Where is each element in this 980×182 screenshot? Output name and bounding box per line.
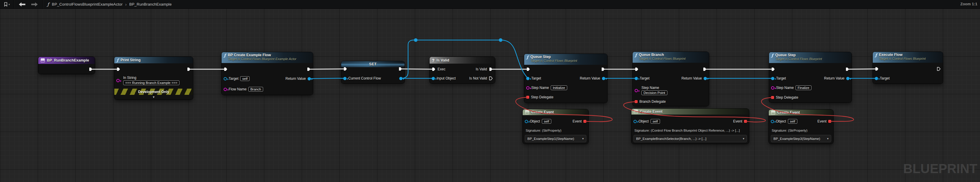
- back-button[interactable]: [19, 2, 25, 6]
- pin-label: Object: [776, 119, 786, 123]
- exec-input-pin[interactable]: [526, 67, 530, 71]
- object-input-pin[interactable]: [525, 120, 528, 123]
- object-input-pin[interactable]: [771, 120, 774, 123]
- node-subtitle: Target is Control Flows Blueprint Exampl…: [228, 57, 296, 61]
- input-object-pin[interactable]: [432, 77, 435, 80]
- node-queue-branch[interactable]: ƒ Queue Branch Target is Control Flows B…: [633, 52, 709, 106]
- target-value-field[interactable]: self: [240, 76, 250, 81]
- step-name-value-field[interactable]: Initialize: [551, 85, 567, 90]
- exec-input-pin[interactable]: [875, 67, 879, 71]
- exec-input-pin[interactable]: [224, 67, 228, 71]
- bookmarks-button[interactable]: ▾: [2, 0, 11, 8]
- step-name-input-pin[interactable]: [635, 89, 638, 92]
- expand-advanced-chevron-icon[interactable]: ▾: [115, 95, 193, 99]
- pin-label: Step Name: [776, 86, 794, 90]
- function-graph-icon: ƒ: [48, 2, 49, 7]
- node-title: Queue Step: [530, 55, 577, 59]
- node-queue-step-initialize[interactable]: ƒ Queue Step Target is Control Flows Blu…: [524, 54, 607, 103]
- breadcrumb-parent[interactable]: BP_ControlFlowsBlueprintExampleActor: [52, 2, 123, 6]
- exec-input-pin[interactable]: [635, 67, 639, 71]
- flow-name-value-field[interactable]: Branch: [248, 87, 263, 92]
- event-output-pin[interactable]: [744, 120, 747, 123]
- exec-output-pin[interactable]: [845, 67, 850, 71]
- event-icon: [634, 109, 638, 114]
- chevron-down-icon: ▾: [743, 137, 744, 140]
- event-binding-dropdown[interactable]: BP_ExampleStep1(StepName) ▾: [525, 135, 586, 142]
- event-output-pin[interactable]: [828, 120, 831, 123]
- pin-label: Is Not Valid: [469, 76, 487, 81]
- exec-output-pin[interactable]: [307, 67, 311, 71]
- string-input-pin[interactable]: [116, 79, 119, 82]
- step-name-input-pin[interactable]: [771, 86, 774, 90]
- branch-delegate-pin[interactable]: [635, 100, 638, 103]
- object-value-field[interactable]: self: [788, 119, 797, 124]
- pin-label: Return Value: [580, 76, 600, 81]
- exec-input-pin[interactable]: [771, 67, 775, 71]
- return-value-output-pin[interactable]: [308, 77, 311, 81]
- target-input-pin[interactable]: [526, 77, 530, 80]
- step-name-value-field[interactable]: Decision Point: [641, 90, 667, 95]
- node-queue-step-finalize[interactable]: ƒ Queue Step Target is Control Flows Blu…: [769, 52, 851, 103]
- target-input-pin[interactable]: [224, 77, 227, 81]
- chevron-down-icon: ▾: [8, 3, 10, 6]
- exec-output-pin[interactable]: [187, 67, 191, 71]
- value-output-pin[interactable]: [399, 77, 402, 80]
- object-input-pin[interactable]: [633, 120, 637, 123]
- node-is-valid[interactable]: ? Is Valid Exec Is Valid Input Object Is…: [430, 57, 495, 83]
- step-name-input-pin[interactable]: [526, 86, 530, 90]
- function-icon: ƒ: [527, 55, 528, 60]
- pin-label: In String: [123, 76, 137, 80]
- object-value-field[interactable]: self: [542, 119, 551, 124]
- node-subtitle: Target is Control Flows Blueprint: [879, 57, 926, 61]
- target-input-pin[interactable]: [771, 77, 774, 80]
- exec-output-pin[interactable]: [89, 67, 93, 71]
- exec-input-pin[interactable]: [116, 67, 121, 71]
- pin-label: Target: [776, 76, 786, 81]
- is-not-valid-exec-output-pin[interactable]: [489, 76, 493, 81]
- return-value-output-pin[interactable]: [846, 77, 850, 80]
- node-event-bp-runbranchexample[interactable]: BP_RunBranchExample: [38, 57, 95, 74]
- is-valid-exec-output-pin[interactable]: [489, 67, 493, 71]
- exec-output-pin[interactable]: [937, 67, 941, 71]
- event-binding-dropdown[interactable]: BP_ExampleBranchSelector(Branch, ...) ->…: [633, 135, 747, 142]
- object-value-field[interactable]: self: [651, 119, 660, 124]
- node-print-string[interactable]: ƒ Print String In String === Running Bra…: [115, 57, 193, 100]
- exec-input-pin[interactable]: [343, 67, 347, 71]
- event-icon: [41, 58, 45, 62]
- return-value-output-pin[interactable]: [602, 77, 605, 80]
- node-title: BP Create Example Flow: [228, 53, 296, 57]
- pin-label: Step Delegate: [531, 95, 554, 99]
- node-create-event-step1[interactable]: Create Event Object self Event Signature…: [523, 109, 589, 144]
- step-delegate-pin[interactable]: [526, 96, 529, 99]
- exec-output-pin[interactable]: [601, 67, 605, 71]
- exec-output-pin[interactable]: [703, 67, 707, 71]
- event-output-pin[interactable]: [584, 120, 586, 123]
- node-set-current-control-flow[interactable]: SET Current Control Flow: [341, 61, 404, 83]
- return-value-output-pin[interactable]: [704, 77, 707, 80]
- exec-output-pin[interactable]: [398, 67, 402, 71]
- node-bp-create-example-flow[interactable]: ƒ BP Create Example Flow Target is Contr…: [221, 52, 313, 95]
- step-delegate-pin[interactable]: [771, 96, 774, 99]
- pin-label: Step Name: [531, 86, 549, 90]
- development-only-banner: Development Only: [115, 89, 193, 95]
- node-execute-flow[interactable]: ƒ Execute Flow Target is Control Flows B…: [873, 52, 943, 84]
- step-name-value-field[interactable]: Finalize: [795, 85, 811, 90]
- target-input-pin[interactable]: [635, 77, 638, 80]
- value-input-pin[interactable]: [343, 77, 347, 80]
- node-create-event-step3[interactable]: Create Event Object self Event Signature…: [769, 109, 833, 144]
- node-create-event-branch-selector[interactable]: Create Event Object self Event Signature…: [632, 109, 749, 144]
- signature-text: Signature: (Control Flow Branch Blueprin…: [635, 129, 746, 132]
- pin-label: Return Value: [681, 76, 702, 81]
- in-string-value-field[interactable]: === Running Branch Example ===: [123, 81, 180, 85]
- forward-button[interactable]: [31, 2, 38, 6]
- node-subtitle: Target is Control Flows Blueprint: [775, 57, 822, 61]
- question-mark-icon: ?: [432, 58, 434, 63]
- pin-label: Branch Delegate: [640, 100, 666, 104]
- target-input-pin[interactable]: [875, 77, 878, 80]
- event-binding-dropdown[interactable]: BP_ExampleStep3(StepName) ▾: [771, 135, 831, 142]
- flow-name-input-pin[interactable]: [224, 88, 227, 91]
- exec-input-pin[interactable]: [432, 67, 436, 71]
- node-title: Create Event: [777, 111, 800, 115]
- node-title: Queue Branch: [639, 53, 686, 57]
- breadcrumb-current[interactable]: BP_RunBranchExample: [129, 2, 172, 6]
